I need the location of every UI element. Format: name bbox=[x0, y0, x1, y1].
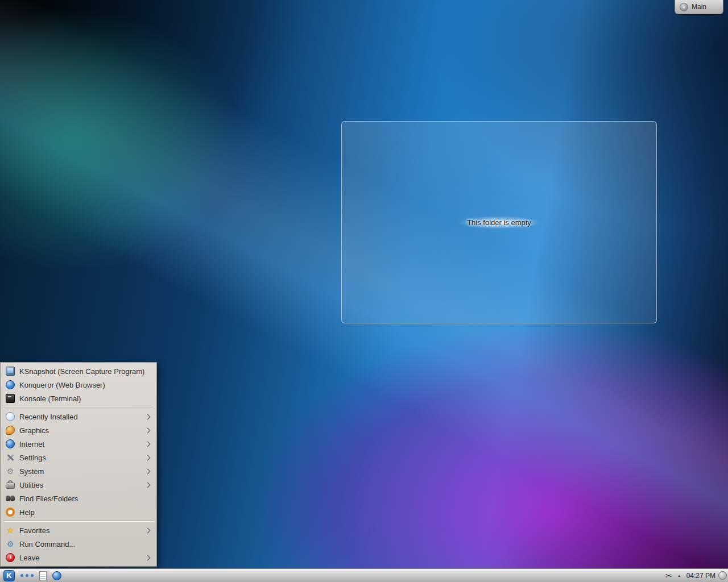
leave-power-icon bbox=[6, 553, 15, 562]
ksnapshot-icon bbox=[6, 367, 15, 376]
pager-dots-icon[interactable] bbox=[20, 574, 34, 577]
folder-empty-text: This folder is empty bbox=[458, 216, 540, 229]
utilities-toolbox-icon bbox=[6, 480, 15, 489]
menu-item-leave[interactable]: Leave bbox=[1, 551, 156, 564]
notes-icon[interactable] bbox=[39, 571, 47, 580]
menu-item-label: Leave bbox=[19, 554, 146, 562]
find-binoculars-icon bbox=[6, 494, 15, 503]
menu-item-label: KSnapshot (Screen Capture Program) bbox=[19, 367, 151, 376]
menu-item-favorites[interactable]: ★ Favorites bbox=[1, 523, 156, 537]
menu-item-help[interactable]: Help bbox=[1, 505, 156, 519]
back-icon: ‹ bbox=[680, 3, 688, 11]
menu-item-label: Graphics bbox=[19, 426, 146, 435]
kmenu-launcher-button[interactable]: K bbox=[3, 570, 15, 581]
back-icon-glyph: ‹ bbox=[683, 3, 685, 11]
submenu-arrow-icon bbox=[145, 527, 151, 533]
submenu-arrow-icon bbox=[145, 455, 151, 460]
activity-tab[interactable]: ‹ Main bbox=[675, 0, 723, 14]
menu-item-graphics[interactable]: Graphics bbox=[1, 423, 156, 437]
menu-item-ksnapshot[interactable]: KSnapshot (Screen Capture Program) bbox=[1, 364, 156, 378]
menu-item-konqueror[interactable]: Konqueror (Web Browser) bbox=[1, 378, 156, 392]
menu-item-label: System bbox=[19, 467, 146, 476]
submenu-arrow-icon bbox=[145, 468, 151, 474]
activity-tab-label: Main bbox=[692, 3, 706, 11]
submenu-arrow-icon bbox=[145, 482, 151, 488]
menu-item-run-command[interactable]: ⚙ Run Command... bbox=[1, 537, 156, 551]
menu-item-label: Konqueror (Web Browser) bbox=[19, 381, 151, 389]
settings-tools-icon bbox=[6, 453, 15, 462]
favorites-star-icon: ★ bbox=[6, 526, 15, 535]
desktop: ‹ Main This folder is empty KSnapshot (S… bbox=[0, 0, 728, 582]
taskbar-panel: K ✂ ▲ 04:27 PM bbox=[0, 568, 728, 582]
menu-item-label: Find Files/Folders bbox=[19, 494, 151, 503]
menu-item-label: Run Command... bbox=[19, 540, 151, 548]
submenu-arrow-icon bbox=[145, 414, 151, 419]
help-lifebuoy-icon bbox=[6, 508, 15, 517]
graphics-palette-icon bbox=[6, 426, 15, 435]
menu-item-label: Utilities bbox=[19, 481, 146, 489]
menu-item-label: Internet bbox=[19, 440, 146, 448]
panel-right-group: ✂ ▲ 04:27 PM bbox=[665, 570, 725, 581]
menu-item-find-files[interactable]: Find Files/Folders bbox=[1, 492, 156, 505]
panel-toolbox-icon[interactable] bbox=[718, 571, 727, 580]
submenu-arrow-icon bbox=[145, 441, 151, 447]
menu-item-label: Favorites bbox=[19, 526, 146, 535]
submenu-arrow-icon bbox=[145, 555, 151, 560]
menu-item-utilities[interactable]: Utilities bbox=[1, 478, 156, 492]
web-browser-icon[interactable] bbox=[52, 571, 61, 580]
kde-logo-icon: K bbox=[6, 571, 11, 580]
submenu-arrow-icon bbox=[145, 427, 151, 433]
menu-item-internet[interactable]: Internet bbox=[1, 437, 156, 451]
menu-item-konsole[interactable]: Konsole (Terminal) bbox=[1, 392, 156, 405]
run-command-gear-icon: ⚙ bbox=[6, 539, 15, 548]
menu-item-system[interactable]: ⚙ System bbox=[1, 464, 156, 478]
menu-item-label: Recently Installed bbox=[19, 413, 146, 421]
system-gear-icon: ⚙ bbox=[6, 467, 15, 476]
menu-item-recently-installed[interactable]: Recently Installed bbox=[1, 410, 156, 423]
tray-expand-icon[interactable]: ▲ bbox=[677, 573, 681, 577]
clock[interactable]: 04:27 PM bbox=[686, 572, 715, 580]
folder-view-widget[interactable]: This folder is empty bbox=[341, 121, 657, 323]
menu-separator bbox=[3, 407, 154, 408]
internet-globe-icon bbox=[6, 439, 15, 448]
konqueror-globe-icon bbox=[6, 380, 15, 389]
menu-item-settings[interactable]: Settings bbox=[1, 451, 156, 464]
konsole-terminal-icon bbox=[6, 394, 15, 403]
menu-separator bbox=[3, 521, 154, 522]
menu-item-label: Konsole (Terminal) bbox=[19, 394, 151, 403]
ksnapshot-tray-icon[interactable]: ✂ bbox=[665, 570, 672, 581]
recently-installed-icon bbox=[6, 412, 15, 421]
menu-item-label: Settings bbox=[19, 454, 146, 462]
application-menu: KSnapshot (Screen Capture Program) Konqu… bbox=[0, 362, 157, 567]
menu-item-label: Help bbox=[19, 508, 151, 517]
